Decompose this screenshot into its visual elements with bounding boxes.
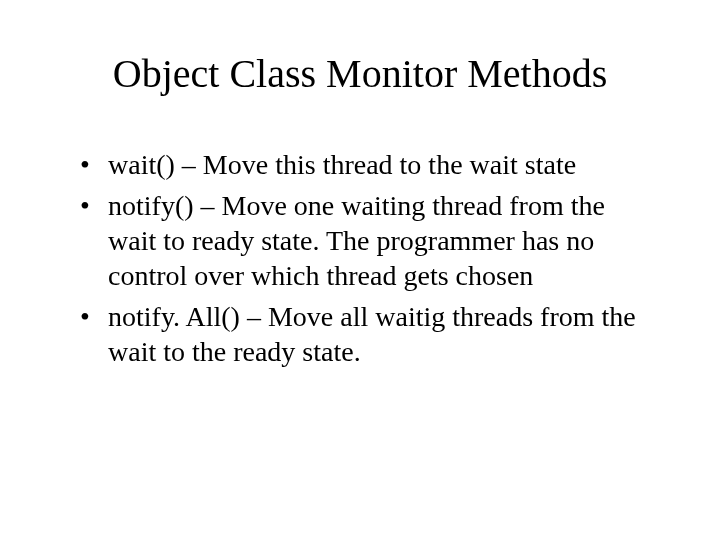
slide-title: Object Class Monitor Methods: [60, 50, 660, 97]
slide: Object Class Monitor Methods wait() – Mo…: [0, 0, 720, 540]
list-item: wait() – Move this thread to the wait st…: [80, 147, 660, 182]
list-item: notify. All() – Move all waitig threads …: [80, 299, 660, 369]
bullet-list: wait() – Move this thread to the wait st…: [80, 147, 660, 369]
list-item: notify() – Move one waiting thread from …: [80, 188, 660, 293]
